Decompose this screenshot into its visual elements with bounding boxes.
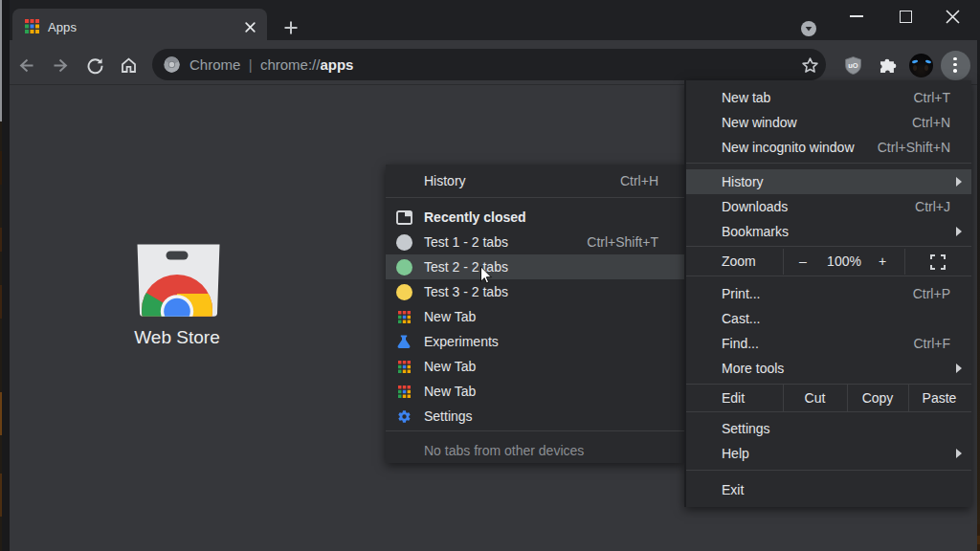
svg-text:uO: uO (848, 61, 858, 70)
